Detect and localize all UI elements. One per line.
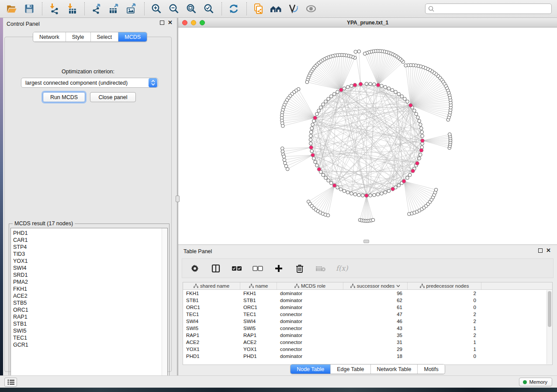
table-row[interactable]: RAP1 RAP1 dominator 35 2 [183, 332, 552, 339]
tab-node-table[interactable]: Node Table [291, 364, 331, 374]
column-header-mcds-role[interactable]: MCDS role [277, 282, 343, 289]
cell-successor-nodes[interactable]: 96 [343, 290, 408, 297]
cell-mcds-role[interactable]: connector [277, 325, 343, 332]
cell-successor-nodes[interactable]: 43 [343, 325, 408, 332]
cell-name[interactable]: ORC1 [240, 304, 277, 311]
run-mcds-button[interactable]: Run MCDS [43, 92, 85, 102]
tab-mcds[interactable]: MCDS [118, 32, 147, 41]
mcds-result-item[interactable]: FKH1 [13, 285, 167, 292]
apply-layout-button[interactable] [226, 1, 241, 16]
cell-successor-nodes[interactable]: 46 [343, 318, 408, 325]
network-window-titlebar[interactable]: YPA_prune.txt_1 [178, 18, 557, 28]
tab-select[interactable]: Select [91, 32, 119, 41]
table-scrollbar-thumb[interactable] [548, 291, 551, 327]
cell-name[interactable]: STB1 [240, 297, 277, 304]
cell-mcds-role[interactable]: dominator [277, 353, 343, 360]
mcds-result-item[interactable]: CAR1 [13, 237, 167, 244]
table-row[interactable]: STB1 STB1 dominator 62 0 [183, 297, 552, 304]
mcds-result-item[interactable]: SRD1 [13, 272, 167, 279]
select-all-button[interactable] [231, 263, 242, 274]
cell-name[interactable]: SWI4 [240, 318, 277, 325]
tab-network-table[interactable]: Network Table [371, 364, 418, 374]
table-settings-button[interactable] [189, 263, 201, 274]
cell-name[interactable]: YOX1 [240, 346, 277, 353]
cell-shared-name[interactable]: FKH1 [183, 290, 240, 297]
mcds-result-item[interactable]: STP4 [13, 244, 167, 251]
cell-mcds-role[interactable]: connector [277, 339, 343, 346]
delete-table-button[interactable] [315, 263, 326, 274]
float-table-panel-icon[interactable] [538, 248, 543, 253]
import-table-button[interactable] [64, 1, 79, 16]
column-header-shared-name[interactable]: shared name [183, 282, 240, 289]
table-row[interactable]: YOX1 YOX1 connector 29 1 [183, 346, 552, 353]
cell-name[interactable]: PHD1 [240, 353, 277, 360]
export-network-button[interactable] [89, 1, 104, 16]
mcds-result-item[interactable]: YOX1 [13, 258, 167, 265]
float-panel-icon[interactable] [160, 21, 164, 25]
table-scrollbar[interactable] [547, 290, 552, 364]
visual-style-button[interactable] [286, 1, 301, 16]
cell-predecessor-nodes[interactable]: 1 [408, 346, 481, 353]
cell-predecessor-nodes[interactable]: 2 [408, 311, 481, 318]
mcds-result-item[interactable]: RAP1 [13, 313, 167, 320]
cell-predecessor-nodes[interactable]: 0 [408, 353, 481, 360]
cell-mcds-role[interactable]: connector [277, 311, 343, 318]
vertical-splitter-handle[interactable] [176, 196, 180, 202]
cell-predecessor-nodes[interactable]: 1 [408, 325, 481, 332]
task-history-button[interactable] [4, 378, 17, 387]
search-input[interactable] [435, 6, 551, 12]
mcds-result-item[interactable]: TID3 [13, 251, 167, 258]
mcds-result-scrollbar[interactable] [162, 228, 167, 383]
cell-shared-name[interactable]: SWI4 [183, 318, 240, 325]
cell-successor-nodes[interactable]: 29 [343, 346, 408, 353]
cell-name[interactable]: FKH1 [240, 290, 277, 297]
cell-successor-nodes[interactable]: 35 [343, 332, 408, 339]
cell-mcds-role[interactable]: dominator [277, 332, 343, 339]
close-panel-button[interactable]: Close panel [90, 92, 136, 102]
cell-name[interactable]: RAP1 [240, 332, 277, 339]
mcds-result-item[interactable]: ACE2 [13, 292, 167, 299]
mcds-result-item[interactable]: ORC1 [13, 306, 167, 313]
table-row[interactable]: TEC1 TEC1 connector 47 2 [183, 311, 552, 318]
cell-mcds-role[interactable]: dominator [277, 297, 343, 304]
cell-shared-name[interactable]: PHD1 [183, 353, 240, 360]
column-header-successor-nodes[interactable]: successor nodes [343, 282, 408, 289]
mcds-result-item[interactable]: PHD1 [13, 230, 167, 237]
cell-successor-nodes[interactable]: 31 [343, 339, 408, 346]
mcds-result-item[interactable]: STB1 [13, 320, 167, 327]
tab-network[interactable]: Network [33, 32, 66, 41]
cell-name[interactable]: TEC1 [240, 311, 277, 318]
function-builder-button[interactable]: f(x) [336, 264, 348, 272]
save-session-button[interactable] [22, 1, 37, 16]
cell-predecessor-nodes[interactable]: 0 [408, 304, 481, 311]
cell-successor-nodes[interactable]: 61 [343, 304, 408, 311]
cell-successor-nodes[interactable]: 18 [343, 353, 408, 360]
zoom-in-button[interactable] [149, 1, 164, 16]
tab-motifs[interactable]: Motifs [418, 364, 444, 374]
cell-mcds-role[interactable]: connector [277, 346, 343, 353]
cell-predecessor-nodes[interactable]: 2 [408, 318, 481, 325]
table-row[interactable]: SWI4 SWI4 dominator 46 2 [183, 318, 552, 325]
cell-mcds-role[interactable]: dominator [277, 318, 343, 325]
search-box[interactable] [425, 3, 552, 14]
table-row[interactable]: ACE2 ACE2 connector 31 1 [183, 339, 552, 346]
table-row[interactable]: FKH1 FKH1 dominator 96 2 [183, 290, 552, 297]
mcds-result-item[interactable]: STB5 [13, 299, 167, 306]
cell-mcds-role[interactable]: dominator [277, 304, 343, 311]
network-graph[interactable] [178, 28, 557, 244]
cell-shared-name[interactable]: ORC1 [183, 304, 240, 311]
show-columns-button[interactable] [210, 263, 221, 274]
cell-name[interactable]: SWI5 [240, 325, 277, 332]
horizontal-splitter-handle[interactable] [363, 240, 369, 243]
cell-successor-nodes[interactable]: 62 [343, 297, 408, 304]
mcds-result-item[interactable]: SWI5 [13, 327, 167, 334]
memory-button[interactable]: Memory [519, 378, 552, 386]
cell-name[interactable]: ACE2 [240, 339, 277, 346]
table-row[interactable]: PHD1 PHD1 dominator 18 0 [183, 353, 552, 360]
cell-shared-name[interactable]: RAP1 [183, 332, 240, 339]
mcds-result-item[interactable]: GCR1 [13, 341, 167, 348]
open-file-button[interactable] [4, 1, 19, 16]
cell-mcds-role[interactable]: dominator [277, 290, 343, 297]
cell-shared-name[interactable]: TEC1 [183, 311, 240, 318]
zoom-fit-button[interactable] [184, 1, 199, 16]
